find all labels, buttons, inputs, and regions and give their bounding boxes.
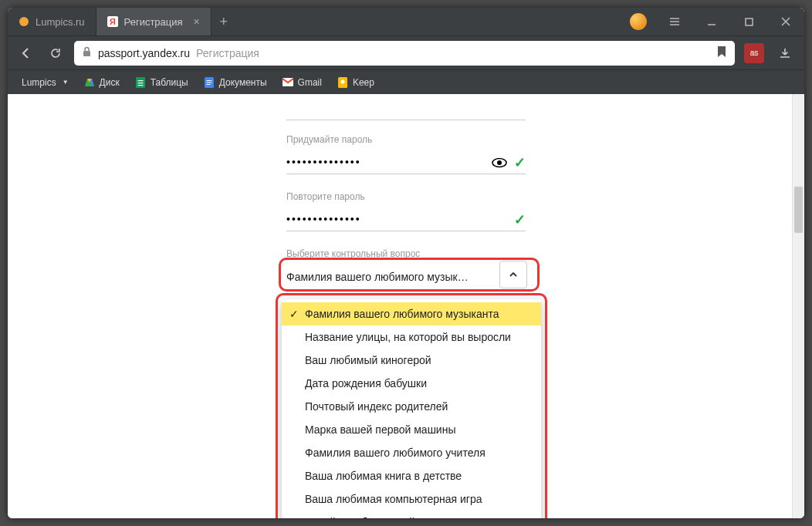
- bookmark-label: Gmail: [298, 77, 322, 88]
- downloads-button[interactable]: [773, 42, 797, 65]
- svg-rect-4: [83, 51, 90, 56]
- chevron-down-icon: ▼: [63, 79, 69, 86]
- favicon-lumpics-icon: [19, 16, 29, 27]
- minimize-button[interactable]: [693, 17, 730, 26]
- back-icon: [20, 47, 32, 59]
- dropdown-option[interactable]: Ваша любимая книга в детстве: [282, 464, 541, 487]
- password-field-group: Придумайте пароль ✓: [286, 134, 526, 174]
- drive-icon: [84, 77, 95, 88]
- dropdown-option[interactable]: Ваша любимая компьютерная игра: [282, 487, 541, 511]
- url-field[interactable]: passport.yandex.ru Регистрация: [74, 41, 735, 66]
- page-content: Придумайте пароль ✓ Повторите пароль ✓ В…: [8, 94, 804, 518]
- maximize-icon: [745, 18, 753, 26]
- browser-window: Lumpics.ru Я Регистрация × +: [8, 8, 804, 518]
- svg-point-20: [497, 160, 502, 165]
- field-divider: [286, 113, 526, 120]
- dropdown-option[interactable]: Название улицы, на которой вы выросли: [282, 325, 541, 349]
- svg-text:Я: Я: [110, 17, 116, 26]
- bookmark-label: Диск: [100, 77, 120, 88]
- tab-registration[interactable]: Я Регистрация ×: [96, 8, 211, 35]
- dropdown-option[interactable]: Фамилия вашего любимого музыканта: [282, 302, 541, 325]
- dropdown-toggle-button[interactable]: [499, 261, 527, 288]
- svg-rect-15: [206, 84, 210, 85]
- svg-rect-9: [137, 80, 143, 81]
- bookmark-label: Документы: [219, 77, 267, 88]
- dropdown-option[interactable]: Марка вашей первой машины: [282, 418, 541, 441]
- keep-icon: [337, 77, 348, 88]
- bookmark-item-lumpics[interactable]: Lumpics ▼: [15, 74, 75, 91]
- sheets-icon: [135, 77, 146, 88]
- favicon-yandex-icon: Я: [107, 16, 118, 27]
- profile-avatar-icon[interactable]: [630, 13, 647, 30]
- bookmark-item-sheets[interactable]: Таблицы: [129, 74, 195, 91]
- dropdown-option[interactable]: Задайте собственный вопрос: [282, 511, 541, 518]
- registration-form: Придумайте пароль ✓ Повторите пароль ✓ В…: [286, 94, 526, 518]
- check-icon: ✓: [514, 211, 526, 228]
- gmail-icon: [283, 77, 293, 88]
- menu-button[interactable]: [656, 16, 693, 27]
- chevron-up-icon: [509, 270, 518, 279]
- minimize-icon: [707, 17, 716, 26]
- close-tab-icon[interactable]: ×: [194, 15, 200, 28]
- password-input[interactable]: [286, 150, 526, 174]
- dropdown-option[interactable]: Фамилия вашего любимого учителя: [282, 441, 541, 464]
- svg-rect-3: [746, 19, 753, 25]
- svg-rect-14: [206, 82, 211, 83]
- bookmark-label: Keep: [353, 77, 374, 88]
- bookmarks-bar: Lumpics ▼ Диск Таблицы Документы Gmail: [8, 69, 804, 94]
- back-button[interactable]: [15, 42, 37, 64]
- repeat-password-field-group: Повторите пароль ✓: [286, 191, 526, 231]
- titlebar: Lumpics.ru Я Регистрация × +: [8, 8, 804, 35]
- addr-right: [716, 46, 727, 60]
- check-icon: ✓: [514, 154, 526, 171]
- lastfm-extension-button[interactable]: as: [743, 42, 766, 65]
- docs-icon: [204, 77, 215, 88]
- tab-title: Lumpics.ru: [36, 16, 85, 28]
- lock-icon: [82, 46, 92, 60]
- security-question-select[interactable]: Фамилия вашего любимого музык…: [286, 264, 502, 290]
- bookmark-item-keep[interactable]: Keep: [331, 74, 381, 91]
- url-host: passport.yandex.ru: [98, 47, 190, 59]
- close-button[interactable]: [767, 17, 804, 26]
- bookmark-icon[interactable]: [716, 46, 727, 60]
- bookmark-label: Lumpics: [22, 77, 56, 88]
- reload-icon: [49, 47, 62, 59]
- svg-rect-10: [137, 83, 143, 83]
- security-question-label: Выберите контрольный вопрос: [286, 248, 526, 259]
- dropdown-option[interactable]: Почтовый индекс родителей: [282, 395, 541, 418]
- tab-lumpics[interactable]: Lumpics.ru: [8, 8, 96, 35]
- svg-rect-13: [206, 80, 211, 81]
- bookmark-item-docs[interactable]: Документы: [198, 74, 273, 91]
- reload-button[interactable]: [45, 42, 66, 64]
- maximize-button[interactable]: [730, 18, 767, 26]
- show-password-icon[interactable]: [491, 154, 508, 171]
- repeat-password-label: Повторите пароль: [286, 191, 526, 202]
- svg-rect-11: [137, 85, 143, 86]
- password-label: Придумайте пароль: [286, 134, 526, 145]
- security-question-dropdown: Фамилия вашего любимого музыкантаНазвани…: [282, 299, 541, 518]
- lastfm-icon: as: [744, 43, 764, 63]
- bookmark-item-gmail[interactable]: Gmail: [276, 74, 328, 91]
- security-question-field-group: Выберите контрольный вопрос Фамилия ваше…: [286, 248, 526, 290]
- vertical-scrollbar[interactable]: [792, 94, 804, 518]
- menu-icon: [669, 16, 680, 27]
- scrollbar-thumb[interactable]: [794, 187, 803, 233]
- download-icon: [779, 47, 791, 59]
- close-icon: [781, 17, 790, 26]
- dropdown-option[interactable]: Дата рождения бабушки: [282, 372, 541, 395]
- new-tab-button[interactable]: +: [211, 8, 236, 35]
- address-bar: passport.yandex.ru Регистрация as: [8, 35, 804, 69]
- tab-strip: Lumpics.ru Я Регистрация × +: [8, 8, 630, 35]
- repeat-password-input[interactable]: [286, 207, 526, 231]
- bookmark-item-disk[interactable]: Диск: [78, 74, 126, 91]
- url-page-label: Регистрация: [196, 47, 259, 59]
- svg-point-0: [19, 17, 29, 26]
- bookmark-label: Таблицы: [151, 77, 188, 88]
- tab-title: Регистрация: [124, 16, 183, 28]
- dropdown-option[interactable]: Ваш любимый киногерой: [282, 349, 541, 372]
- window-controls: [630, 8, 804, 35]
- svg-point-18: [340, 79, 344, 83]
